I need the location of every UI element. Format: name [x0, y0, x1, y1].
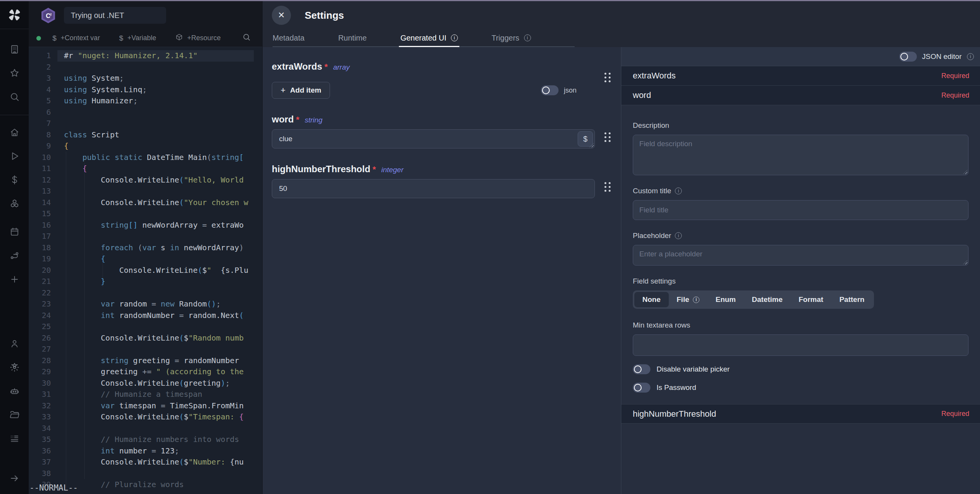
calendar-icon[interactable] [0, 220, 29, 244]
windmill-logo[interactable] [0, 1, 29, 29]
disable-variable-picker-row: Disable variable picker [633, 364, 969, 374]
code-line[interactable]: 6 [29, 107, 262, 118]
tab-metadata[interactable]: Metadata [273, 29, 304, 46]
code-line[interactable]: 26 Console.WriteLine($"Random numb [29, 333, 262, 344]
tab-triggers[interactable]: Triggersi [492, 29, 531, 46]
code-line[interactable]: 34 [29, 423, 262, 434]
play-icon[interactable] [0, 144, 29, 168]
info-icon[interactable]: i [675, 232, 682, 239]
info-icon[interactable]: i [675, 187, 682, 194]
code-line[interactable]: 20 Console.WriteLine($" {s.Plu [29, 265, 262, 276]
field-setting-format[interactable]: Format [791, 292, 831, 307]
code-line[interactable]: 29 greeting += " (according to the [29, 366, 262, 378]
code-line[interactable]: 15 [29, 208, 262, 220]
home-icon[interactable] [0, 121, 29, 144]
add-item-button[interactable]: + Add item [272, 82, 330, 99]
placeholder-textarea[interactable] [633, 245, 969, 266]
tab-runtime[interactable]: Runtime [338, 29, 366, 46]
code-line[interactable]: 13 [29, 186, 262, 197]
field-setting-none[interactable]: None [634, 292, 669, 307]
tab-generated-ui[interactable]: Generated UIi [400, 29, 458, 46]
info-icon[interactable]: i [967, 53, 974, 60]
json-editor-toggle[interactable] [899, 52, 917, 62]
resource-button[interactable]: +Resource [175, 33, 221, 43]
drag-handle-icon[interactable] [604, 132, 611, 142]
search-icon[interactable] [242, 33, 251, 43]
highnumberthreshold-input[interactable] [272, 179, 595, 198]
code-line[interactable]: 9{ [29, 140, 262, 152]
description-textarea[interactable] [633, 135, 969, 175]
drag-handle-icon[interactable] [604, 182, 611, 192]
drag-handle-icon[interactable] [604, 73, 611, 82]
code-line[interactable]: 33 Console.WriteLine($"Timespan: { [29, 411, 262, 423]
cubes-icon[interactable] [0, 192, 29, 215]
field-setting-file[interactable]: Filei [669, 292, 708, 307]
route-icon[interactable] [0, 244, 29, 267]
code-line[interactable]: 23 var random = new Random(); [29, 298, 262, 310]
variable-button[interactable]: $+Variable [119, 33, 156, 43]
code-line[interactable]: 7 [29, 118, 262, 129]
disable-variable-picker-toggle[interactable] [633, 364, 650, 374]
building-icon[interactable] [0, 37, 29, 61]
code-line[interactable]: 27 [29, 344, 262, 355]
word-input[interactable] [272, 129, 595, 148]
required-badge: Required [941, 91, 969, 99]
plus-icon[interactable] [0, 267, 29, 291]
section-word[interactable]: word Required [621, 86, 980, 105]
person-icon[interactable] [0, 332, 29, 355]
dollar-icon[interactable] [0, 168, 29, 192]
code-line[interactable]: 4using System.Linq; [29, 84, 262, 96]
line-number: 23 [29, 298, 51, 310]
code-line[interactable]: 3using System; [29, 73, 262, 84]
close-icon[interactable]: ✕ [272, 6, 291, 25]
code-line[interactable]: 31 // Humanize a timespan [29, 389, 262, 400]
robot-icon[interactable] [0, 379, 29, 403]
star-icon[interactable] [0, 61, 29, 85]
section-highnumberthreshold[interactable]: highNumberThreshold Required [621, 404, 980, 424]
code-line[interactable]: 11 { [29, 163, 262, 174]
section-extrawords[interactable]: extraWords Required [621, 66, 980, 86]
code-line[interactable]: 10 public static DateTime Main(string[ [29, 152, 262, 163]
code-line[interactable]: 17 [29, 231, 262, 242]
custom-title-input[interactable] [633, 200, 969, 220]
required-asterisk: * [296, 115, 299, 125]
code-line[interactable]: 24 int randomNumber = random.Next( [29, 310, 262, 321]
code-line[interactable]: 1#r "nuget: Humanizer, 2.14.1" [29, 50, 262, 62]
gear-icon[interactable] [0, 355, 29, 379]
code-line[interactable]: 36 int number = 123; [29, 445, 262, 457]
code-line[interactable]: 16 string[] newWordArray = extraWo [29, 220, 262, 231]
code-line[interactable]: 35 // Humanize numbers into words [29, 434, 262, 445]
code-line[interactable]: 2 [29, 62, 262, 73]
code-line[interactable]: 21 } [29, 276, 262, 287]
code-line[interactable]: 25 [29, 321, 262, 333]
code-line[interactable]: 18 foreach (var s in newWordArray) [29, 242, 262, 254]
code-line[interactable]: 22 [29, 287, 262, 299]
code-line[interactable]: 8class Script [29, 129, 262, 141]
search-icon[interactable] [0, 85, 29, 109]
folder-icon[interactable] [0, 403, 29, 427]
code-line[interactable]: 38 [29, 468, 262, 479]
editor-tab[interactable]: Trying out .NET [64, 7, 166, 24]
json-toggle[interactable] [541, 85, 559, 95]
code-area[interactable]: 1#r "nuget: Humanizer, 2.14.1"23using Sy… [29, 47, 262, 491]
line-number: 25 [29, 321, 51, 333]
code-line[interactable]: 19 { [29, 253, 262, 265]
code-line[interactable]: 37 Console.WriteLine($"Number: {nu [29, 457, 262, 468]
settings-tab-row: MetadataRuntimeGenerated UIiTriggersi [263, 29, 980, 47]
code-line[interactable]: 5using Humanizer; [29, 95, 262, 107]
code-line[interactable]: 30 Console.WriteLine(greeting); [29, 378, 262, 389]
code-line[interactable]: 32 var timespan = TimeSpan.FromMin [29, 400, 262, 412]
is-password-toggle[interactable] [633, 383, 650, 393]
field-setting-pattern[interactable]: Pattern [831, 292, 872, 307]
code-line[interactable]: 14 Console.WriteLine("Your chosen w [29, 197, 262, 209]
contextvar-button[interactable]: $+Context var [52, 33, 100, 43]
code-line[interactable]: 28 string greeting = randomNumber [29, 355, 262, 367]
arrow-right-icon[interactable] [0, 466, 29, 490]
field-setting-enum[interactable]: Enum [707, 292, 744, 307]
info-icon: i [451, 34, 458, 41]
field-setting-datetime[interactable]: Datetime [744, 292, 791, 307]
code-line[interactable]: 12 Console.WriteLine("Hello, World [29, 174, 262, 186]
min-textarea-rows-input[interactable] [633, 334, 969, 356]
list-icon[interactable] [0, 427, 29, 450]
variable-picker-button[interactable]: $ [578, 131, 593, 147]
